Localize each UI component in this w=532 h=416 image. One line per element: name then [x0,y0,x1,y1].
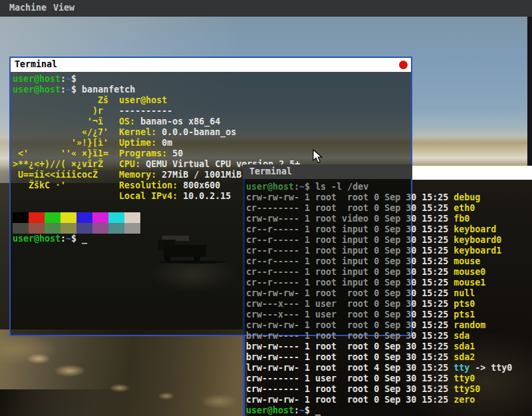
palette-swatch [124,223,140,234]
menu-item-view[interactable]: View [53,3,74,13]
ls-row: cr--r----- 1 root input 0 Sep 30 15:25 k… [246,224,532,235]
palette-swatch [13,212,29,223]
fetch-line: <' ''« ×}ï1= Programs: 50 [13,148,411,159]
ls-row: cr--r----- 1 root input 0 Sep 30 15:25 m… [246,256,532,267]
ls-row: crw-rw-rw- 1 root root 0 Sep 30 15:25 ze… [246,395,532,405]
palette-swatch [13,223,29,234]
palette-swatch [108,223,124,234]
fetch-line: Zš user@host [13,95,411,106]
fetch-line: '¬ï OS: banan-os x86_64 [13,116,411,127]
terminal2-prompt-line: user@host:~$ _ [246,405,532,416]
terminal2-window[interactable]: Terminal user@host:~$ ls -l /devcrw-rw-r… [243,164,532,416]
palette-swatch [76,223,92,234]
ls-row: cr--r----- 1 root input 0 Sep 30 15:25 k… [246,235,532,246]
wallpaper-right-edge [527,17,532,166]
terminal1-titlebar[interactable]: Terminal [11,58,411,72]
ls-row: cr--r----- 1 root input 0 Sep 30 15:25 m… [246,267,532,278]
palette-swatch [45,212,61,223]
palette-swatch [61,212,76,223]
ls-row: crw-rw-rw- 1 root root 0 Sep 30 15:25 de… [246,192,532,203]
palette-swatch [45,223,61,234]
terminal2-titlebar[interactable]: Terminal [243,164,532,179]
ls-row: cr--r----- 1 root input 0 Sep 30 15:25 k… [246,246,532,256]
palette-swatch [76,212,92,223]
ls-row: cr-------- 1 root root 0 Sep 30 15:25 et… [246,203,532,214]
palette-swatch [92,212,108,223]
ls-row: cr--r----- 1 root input 0 Sep 30 15:25 m… [246,278,532,288]
terminal1-command-line: user@host:~$ bananfetch [13,85,411,95]
terminal1-prompt-line: user@host:~$ [13,74,411,85]
ls-row: lrw-rw-rw- 1 root root 4 Sep 30 15:25 tt… [246,363,532,373]
terminal2-title: Terminal [249,166,292,176]
mouse-cursor-icon [313,149,326,164]
terminal2-content[interactable]: user@host:~$ ls -l /devcrw-rw-rw- 1 root… [243,179,532,416]
menu-item-machine[interactable]: Machine [9,3,47,13]
fetch-line: «/¿7' Kernel: 0.0.0-banan_os [13,127,411,138]
ls-row: crw---x--- 1 user root 0 Sep 30 15:25 pt… [246,299,532,310]
palette-swatch [92,223,108,234]
fetch-line: '»!}[ì' Uptime: 0m [13,138,411,148]
palette-swatch [29,223,45,234]
ls-row: brw-rw---- 1 root root 0 Sep 30 15:25 sd… [246,352,532,363]
palette-swatch [108,212,124,223]
ls-row: crw------- 1 user root 0 Sep 30 15:25 tt… [246,373,532,384]
vm-screen: Machine View Terminal user@host:~$user@h… [0,0,532,416]
ls-row: brw-rw---- 1 root root 0 Sep 30 15:25 sd… [246,331,532,341]
ls-row: crw-rw-rw- 1 root root 0 Sep 30 15:25 nu… [246,288,532,299]
vm-menu-bar: Machine View [0,0,532,17]
ls-row: crw-rw-rw- 1 root root 0 Sep 30 15:25 ra… [246,320,532,331]
ls-row: crw------- 1 root root 0 Sep 30 15:25 tt… [246,384,532,395]
palette-swatch [29,212,45,223]
ls-row: crw-rw---- 1 root video 0 Sep 30 15:25 f… [246,214,532,224]
terminal2-titlebar-white-segment [412,166,532,180]
palette-swatch [61,223,76,234]
palette-swatch [124,212,140,223]
close-button-icon[interactable] [399,61,408,69]
terminal2-command-line: user@host:~$ ls -l /dev [246,182,532,192]
terminal1-title: Terminal [15,59,57,69]
wallpaper-rock-shadow [0,389,153,416]
ls-row: crw---x--- 1 user root 0 Sep 30 15:25 pt… [246,310,532,320]
ls-row: brw-rw---- 1 root root 0 Sep 30 15:25 sd… [246,341,532,352]
fetch-line: )r ---------- [13,106,411,116]
